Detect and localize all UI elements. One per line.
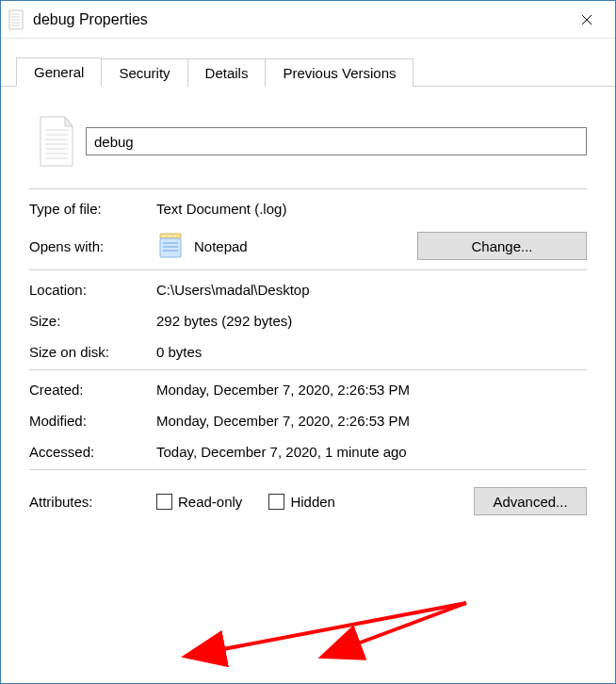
modified-value: Monday, December 7, 2020, 2:26:53 PM bbox=[156, 413, 587, 429]
separator bbox=[29, 469, 587, 470]
type-of-file-value: Text Document (.log) bbox=[156, 201, 587, 217]
document-large-icon bbox=[35, 115, 78, 168]
notepad-icon bbox=[156, 232, 185, 260]
separator bbox=[29, 369, 587, 370]
created-label: Created: bbox=[29, 382, 156, 398]
attributes-label: Attributes: bbox=[29, 494, 156, 510]
filename-input[interactable] bbox=[86, 127, 587, 155]
size-on-disk-row: Size on disk: 0 bytes bbox=[29, 336, 587, 367]
svg-point-17 bbox=[169, 236, 170, 237]
accessed-label: Accessed: bbox=[29, 444, 156, 460]
opens-with-label: Opens with: bbox=[29, 238, 156, 254]
tab-security[interactable]: Security bbox=[102, 58, 187, 87]
svg-rect-19 bbox=[160, 238, 181, 257]
accessed-row: Accessed: Today, December 7, 2020, 1 min… bbox=[29, 436, 587, 467]
size-on-disk-label: Size on disk: bbox=[29, 344, 156, 360]
created-value: Monday, December 7, 2020, 2:26:53 PM bbox=[156, 382, 587, 398]
opens-with-value-wrap: Notepad Change... bbox=[156, 232, 587, 260]
type-of-file-row: Type of file: Text Document (.log) bbox=[29, 193, 587, 224]
accessed-value: Today, December 7, 2020, 1 minute ago bbox=[156, 444, 587, 460]
readonly-checkbox[interactable] bbox=[156, 494, 172, 510]
tab-general[interactable]: General bbox=[16, 57, 102, 87]
readonly-label: Read-only bbox=[178, 494, 242, 510]
svg-point-18 bbox=[174, 236, 176, 237]
size-row: Size: 292 bytes (292 bytes) bbox=[29, 305, 587, 336]
modified-label: Modified: bbox=[29, 413, 156, 429]
close-button[interactable] bbox=[566, 6, 608, 34]
tab-previous-versions[interactable]: Previous Versions bbox=[266, 58, 413, 87]
hidden-label: Hidden bbox=[290, 494, 335, 510]
modified-row: Modified: Monday, December 7, 2020, 2:26… bbox=[29, 405, 587, 436]
location-row: Location: C:\Users\madal\Desktop bbox=[29, 274, 587, 305]
attributes-values: Read-only Hidden Advanced... bbox=[156, 487, 587, 515]
document-icon bbox=[8, 9, 25, 30]
size-label: Size: bbox=[29, 313, 156, 329]
opens-with-app: Notepad bbox=[194, 238, 248, 254]
tab-content: Type of file: Text Document (.log) Opens… bbox=[1, 87, 615, 683]
separator bbox=[29, 269, 587, 270]
size-value: 292 bytes (292 bytes) bbox=[156, 313, 587, 329]
tab-details[interactable]: Details bbox=[188, 58, 267, 87]
filename-row bbox=[29, 98, 587, 187]
properties-window: debug Properties General Security Detail… bbox=[0, 0, 616, 684]
attributes-row: Attributes: Read-only Hidden Advanced... bbox=[29, 474, 587, 523]
title-bar: debug Properties bbox=[1, 1, 615, 39]
location-label: Location: bbox=[29, 282, 156, 298]
tab-strip: General Security Details Previous Versio… bbox=[1, 39, 615, 87]
size-on-disk-value: 0 bytes bbox=[156, 344, 587, 360]
change-button[interactable]: Change... bbox=[417, 232, 587, 260]
created-row: Created: Monday, December 7, 2020, 2:26:… bbox=[29, 374, 587, 405]
hidden-checkbox[interactable] bbox=[268, 494, 284, 510]
opens-with-row: Opens with: Notepad Chan bbox=[29, 224, 587, 268]
advanced-button[interactable]: Advanced... bbox=[474, 487, 587, 515]
svg-point-16 bbox=[163, 236, 165, 237]
window-title: debug Properties bbox=[33, 11, 566, 28]
location-value: C:\Users\madal\Desktop bbox=[156, 282, 587, 298]
type-of-file-label: Type of file: bbox=[29, 201, 156, 217]
separator bbox=[29, 188, 587, 189]
